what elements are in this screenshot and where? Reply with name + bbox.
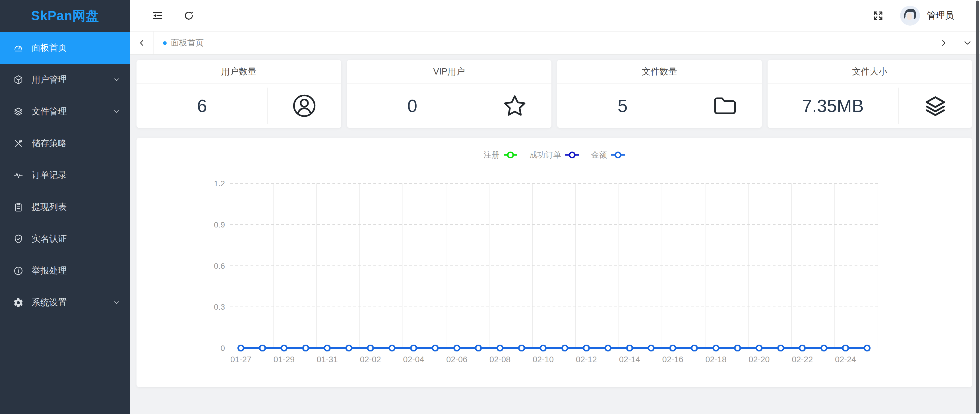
sidebar-item-identity-verify[interactable]: 实名认证 [0,223,130,255]
data-point-marker [605,346,611,351]
app-logo: SkPan网盘 [0,0,130,32]
header-right: 管理员 [872,6,954,25]
activity-icon [13,170,24,181]
stat-card-user-count: 用户数量 6 [137,60,341,128]
x-axis-tick-label: 02-18 [705,355,726,364]
tools-icon [13,138,24,149]
sidebar-item-files[interactable]: 文件管理 [0,96,130,127]
x-axis-tick-label: 02-10 [533,355,554,364]
sidebar-item-dashboard[interactable]: 面板首页 [0,32,130,64]
data-point-marker [411,346,416,351]
sidebar-item-label: 提现列表 [32,201,67,213]
chevron-down-icon [113,76,121,84]
data-point-marker [238,346,243,351]
y-axis-tick-label: 0.3 [214,303,225,311]
active-tab-dot [163,41,167,45]
y-axis-tick-label: 1.2 [214,179,225,188]
y-axis-tick-label: 0.9 [214,220,225,229]
page-scrollbar[interactable] [976,0,979,414]
sidebar-item-users[interactable]: 用户管理 [0,64,130,96]
avatar-image [900,6,920,25]
tab-label: 面板首页 [171,37,204,49]
data-point-marker [692,346,697,351]
user-name[interactable]: 管理员 [927,10,954,22]
tab-bar: 面板首页 [130,32,980,54]
data-point-marker [389,346,395,351]
chevron-down-icon [113,299,121,307]
chevron-down-icon [113,107,121,115]
shield-check-icon [13,234,24,244]
stat-card-value: 6 [137,84,267,128]
collapse-sidebar-icon[interactable] [151,10,164,22]
tabs-scroll-right-button[interactable] [932,32,955,54]
sidebar-item-storage-policy[interactable]: 储存策略 [0,127,130,159]
x-axis-tick-label: 02-02 [360,355,381,364]
sidebar-item-label: 订单记录 [32,169,67,181]
sidebar-item-label: 实名认证 [32,233,67,245]
data-point-marker [713,346,719,351]
clipboard-icon [13,202,24,212]
star-icon [502,93,528,119]
tab-dashboard[interactable]: 面板首页 [154,32,213,54]
sidebar-item-label: 储存策略 [32,137,67,149]
data-point-marker [735,346,740,351]
data-point-marker [454,346,460,351]
data-point-marker [778,346,783,351]
dashboard-icon [13,43,24,53]
chevron-down-icon [963,38,972,48]
data-point-marker [648,346,654,351]
stat-cards-row: 用户数量 6 VIP用户 0 文件数量 5 [137,60,972,128]
y-axis-tick-label: 0.6 [214,261,225,271]
sidebar-item-reports[interactable]: 举报处理 [0,255,130,287]
stat-card-value: 0 [347,84,478,128]
cube-icon [13,75,24,85]
chevron-right-icon [939,38,948,48]
data-point-marker [821,346,827,351]
data-point-marker [368,346,373,351]
data-point-marker [670,346,675,351]
data-point-marker [519,346,524,351]
stat-card-title: 文件数量 [557,60,762,84]
x-axis-tick-label: 02-16 [662,355,683,364]
sidebar-item-label: 文件管理 [32,105,67,118]
stat-card-vip-users: VIP用户 0 [347,60,552,128]
stat-card-title: VIP用户 [347,60,552,84]
stat-card-title: 用户数量 [137,60,341,84]
user-circle-icon [291,93,317,119]
data-point-marker [756,346,762,351]
data-point-marker [584,346,589,351]
data-point-marker [800,346,805,351]
x-axis-tick-label: 01-31 [317,355,338,364]
data-point-marker [865,346,870,351]
gear-icon [13,298,24,308]
x-axis-tick-label: 02-14 [619,355,640,364]
data-point-marker [541,346,546,351]
fullscreen-icon[interactable] [872,10,884,22]
refresh-icon[interactable] [183,10,195,22]
sidebar-item-label: 面板首页 [32,42,67,54]
x-axis-tick-label: 02-06 [446,355,467,364]
line-chart[interactable]: 00.30.60.91.201-2701-2901-3102-0202-0402… [137,138,972,387]
x-axis-tick-label: 02-22 [792,355,813,364]
tabs-scroll-left-button[interactable] [130,32,154,54]
data-point-marker [259,346,265,351]
stat-card-title: 文件大小 [768,60,972,84]
sidebar-item-label: 用户管理 [32,74,67,86]
data-point-marker [562,346,567,351]
x-axis-tick-label: 01-29 [274,355,294,364]
avatar[interactable] [900,6,920,25]
x-axis-tick-label: 02-20 [749,355,770,364]
data-point-marker [303,346,308,351]
chevron-left-icon [137,38,147,48]
info-circle-icon [13,266,24,276]
x-axis-tick-label: 01-27 [231,355,251,364]
sidebar-item-orders[interactable]: 订单记录 [0,159,130,191]
y-axis-tick-label: 0 [220,344,225,353]
x-axis-tick-label: 02-08 [490,355,511,364]
tab-bar-spacer [213,32,932,54]
sidebar-item-withdrawals[interactable]: 提现列表 [0,191,130,223]
sidebar: SkPan网盘 面板首页 用户管理 文件管理 储存策略 订单记录 [0,0,130,414]
stat-card-value: 5 [557,84,688,128]
trend-chart-panel: 注册成功订单金额 00.30.60.91.201-2701-2901-3102-… [137,138,972,387]
sidebar-item-settings[interactable]: 系统设置 [0,287,130,318]
